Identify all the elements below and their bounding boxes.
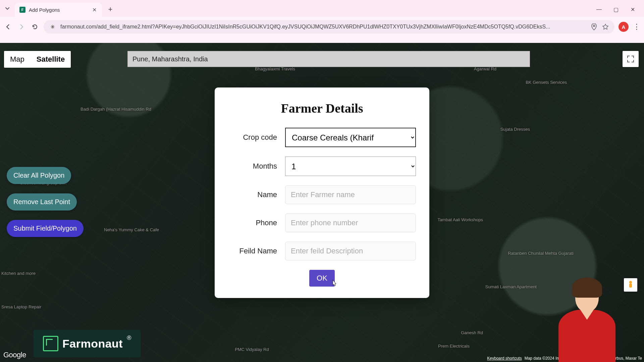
- tab-favicon-icon: F: [19, 7, 25, 13]
- chevron-down-icon: [5, 6, 10, 11]
- pegman-icon: [627, 281, 634, 289]
- assistant-head-icon: [575, 282, 599, 312]
- ok-button[interactable]: OK: [309, 270, 335, 287]
- address-bar-row: farmonaut.com/add_field_iframe2.html?API…: [0, 17, 644, 37]
- bookmark-star-icon[interactable]: [602, 23, 609, 31]
- minimize-button[interactable]: ―: [596, 6, 602, 13]
- location-pin-icon[interactable]: [590, 23, 598, 31]
- url-bar[interactable]: farmonaut.com/add_field_iframe2.html?API…: [44, 20, 614, 34]
- svg-rect-2: [629, 284, 632, 288]
- name-label: Name: [228, 190, 285, 199]
- map-type-map[interactable]: Map: [4, 51, 31, 68]
- farmonaut-mark-icon: [43, 336, 58, 351]
- submit-field-polygon-button[interactable]: Submit Field/Polygon: [7, 220, 84, 237]
- url-text: farmonaut.com/add_field_iframe2.html?API…: [60, 24, 586, 30]
- new-tab-button[interactable]: +: [105, 4, 115, 14]
- remove-last-point-button[interactable]: Remove Last Point: [7, 193, 77, 210]
- tab-close-button[interactable]: ✕: [91, 7, 97, 13]
- map-viewport[interactable]: Bhagyalaxmi Travels Agarwal Rd Sujata Dr…: [0, 43, 644, 362]
- window-controls: ― ▢ ✕: [596, 6, 644, 13]
- farmonaut-logo: Farmonaut ®: [34, 330, 141, 357]
- svg-point-0: [593, 25, 595, 27]
- farmer-details-modal: Farmer Details Crop code Coarse Cereals …: [215, 87, 429, 298]
- clear-all-polygon-button[interactable]: Clear All Polygon: [7, 167, 71, 184]
- reload-button[interactable]: [30, 22, 40, 32]
- google-logo: Google: [3, 351, 26, 359]
- months-label: Months: [228, 162, 285, 171]
- fullscreen-icon: [627, 55, 634, 63]
- nav-forward-button[interactable]: [17, 22, 26, 32]
- arrow-right-icon: [18, 23, 25, 30]
- farmer-name-input[interactable]: [285, 185, 416, 204]
- site-info-icon[interactable]: [49, 23, 56, 31]
- browser-tab[interactable]: F Add Polygons ✕: [15, 3, 102, 17]
- fullscreen-button[interactable]: [623, 51, 639, 67]
- browser-menu-button[interactable]: ⋮: [633, 22, 641, 31]
- modal-title: Farmer Details: [228, 101, 416, 116]
- map-search-value: Pune, Maharashtra, India: [132, 55, 208, 63]
- tab-strip: F Add Polygons ✕ + ― ▢ ✕: [0, 0, 644, 17]
- keyboard-shortcuts-link[interactable]: Keyboard shortcuts: [487, 356, 522, 361]
- field-name-label: Feild Name: [228, 247, 285, 255]
- months-select[interactable]: 1: [285, 157, 416, 176]
- maximize-button[interactable]: ▢: [612, 6, 619, 13]
- phone-label: Phone: [228, 219, 285, 227]
- streetview-pegman[interactable]: [624, 278, 637, 292]
- registered-symbol: ®: [127, 335, 131, 342]
- polygon-actions: Clear All Polygon Remove Last Point Subm…: [7, 167, 84, 237]
- close-window-button[interactable]: ✕: [629, 6, 636, 13]
- tab-search-dropdown[interactable]: [3, 4, 12, 13]
- crop-code-label: Crop code: [228, 133, 285, 142]
- svg-point-1: [629, 281, 632, 284]
- map-type-satellite[interactable]: Satellite: [31, 51, 71, 68]
- browser-chrome: F Add Polygons ✕ + ― ▢ ✕ farmonaut.com/a…: [0, 0, 644, 43]
- tab-title: Add Polygons: [29, 7, 91, 13]
- reload-icon: [32, 23, 38, 30]
- crop-code-select[interactable]: Coarse Cereals (Kharif: [285, 128, 416, 147]
- assistant-body-icon: [558, 310, 615, 362]
- virtual-assistant-avatar[interactable]: [557, 282, 617, 362]
- map-search-input[interactable]: Pune, Maharashtra, India: [127, 51, 530, 67]
- map-type-toggle: Map Satellite: [4, 51, 71, 68]
- nav-back-button[interactable]: [3, 22, 13, 32]
- farmonaut-brand-text: Farmonaut: [62, 337, 123, 350]
- phone-input[interactable]: [285, 214, 416, 232]
- profile-avatar[interactable]: A: [619, 22, 629, 32]
- arrow-left-icon: [5, 23, 11, 30]
- field-name-input[interactable]: [285, 242, 416, 260]
